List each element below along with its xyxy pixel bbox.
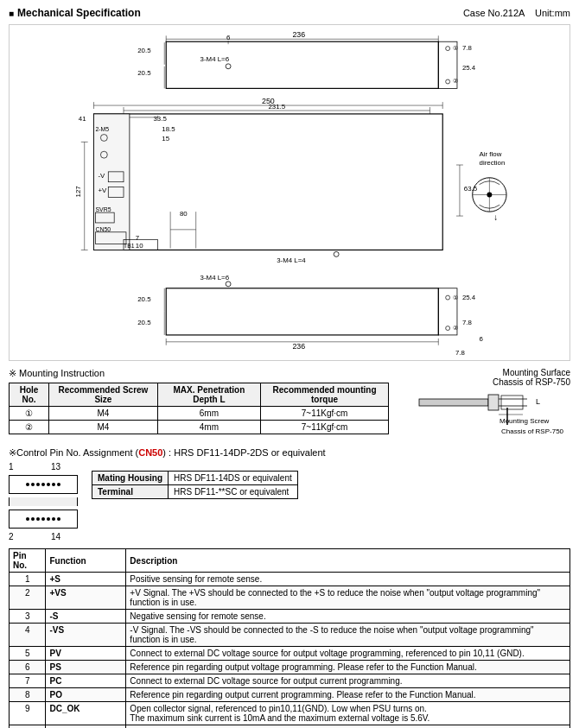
screw-2: M4 (49, 421, 158, 434)
pin-14-label: 14 (51, 532, 60, 541)
func-1: +S (46, 573, 126, 586)
svg-text:127: 127 (74, 186, 82, 197)
svg-text:33.5: 33.5 (153, 115, 167, 123)
mounting-table-wrap: ※ Mounting Instruction Hole No. Recommen… (9, 368, 389, 442)
depth-2: 4mm (157, 421, 260, 434)
svg-text:+V: +V (98, 187, 107, 194)
svg-text:Air flow: Air flow (480, 150, 502, 158)
dot (26, 483, 29, 486)
svg-point-75 (226, 282, 231, 287)
pin-row-4: 4 -VS -V Signal. The -VS should be conne… (10, 624, 570, 647)
func-5: PV (46, 647, 126, 661)
mating-table: Mating Housing HRS DF11-14DS or equivale… (92, 471, 298, 499)
func-8: PO (46, 688, 126, 702)
pin-1-label: 1 (9, 462, 14, 472)
surface-labels: Mounting Surface Chassis of RSP-750 (493, 368, 570, 387)
connector-diagram: 1 13 (9, 462, 78, 541)
mating-value-2: HRS DF11-**SC or equivalent (169, 485, 298, 499)
desc-10-11: These pins connect to the negative termi… (126, 725, 570, 729)
svg-rect-34 (94, 114, 443, 250)
desc-4: -V Signal. The -VS should be connected t… (126, 624, 570, 647)
surface-svg: L Mounting Screw Chassis of RSP-750 (415, 390, 570, 442)
svg-text:7.8: 7.8 (462, 319, 473, 326)
mounting-title-text: ※ Mounting Instruction (9, 368, 105, 378)
page-header: Mechanical Specification Case No.212A Un… (9, 7, 570, 19)
svg-text:CN50: CN50 (96, 226, 111, 232)
mating-row-1: Mating Housing HRS DF11-14DS or equivale… (92, 472, 298, 485)
dot (57, 517, 60, 521)
svg-text:80: 80 (180, 210, 188, 218)
svg-text:20.5: 20.5 (137, 295, 151, 303)
svg-text:6: 6 (226, 34, 231, 41)
mounting-row-1: ① M4 6mm 7~11Kgf·cm (10, 407, 389, 421)
svg-text:7.8: 7.8 (455, 349, 466, 357)
desc-2: +V Signal. The +VS should be connected t… (126, 586, 570, 610)
svg-text:TB1: TB1 (124, 243, 135, 249)
pin-row-9: 9 DC_OK Open collector signal, reference… (10, 702, 570, 725)
svg-text:3-M4 L=4: 3-M4 L=4 (277, 256, 306, 264)
col-screw: Recommended Screw Size (49, 383, 158, 407)
pin-1: 1 (10, 573, 46, 586)
pin-2: 2 (10, 586, 46, 610)
cn50-note: HRS DF11-14DP-2DS or equivalent (174, 447, 325, 458)
pin-table-header-no: Pin No. (10, 549, 46, 573)
svg-text:6: 6 (480, 335, 484, 343)
dot (36, 517, 40, 521)
dot (31, 483, 35, 486)
pin-row-6: 6 PS Reference pin regarding output volt… (10, 661, 570, 674)
page-title: Mechanical Specification (9, 7, 141, 19)
pin-function-table: Pin No. Function Description 1 +S Positi… (9, 548, 570, 728)
col-torque: Recommended mounting torque (261, 383, 389, 407)
pin-4: 4 (10, 624, 46, 647)
mounting-section: ※ Mounting Instruction Hole No. Recommen… (9, 368, 570, 442)
pin-10-11: 10,11 (10, 725, 46, 729)
pin-table-header-func: Function (46, 549, 126, 573)
svg-rect-94 (419, 399, 488, 406)
pin-row-3: 3 -S Negative sensing for remote sense. (10, 610, 570, 624)
connector-spacer (9, 497, 78, 506)
col-depth: MAX. Penetration Depth L (157, 383, 260, 407)
mating-label-1: Mating Housing (92, 472, 169, 485)
pin-top-labels: 1 13 (9, 462, 60, 472)
svg-text:25.4: 25.4 (462, 294, 476, 301)
pin-3: 3 (10, 610, 46, 624)
pin-row-1: 1 +S Positive sensing for remote sense. (10, 573, 570, 586)
svg-point-62 (334, 251, 339, 256)
mounting-surface-diagram: Mounting Surface Chassis of RSP-750 L Mo… (398, 368, 570, 442)
dot (41, 483, 45, 486)
func-3: -S (46, 610, 126, 624)
pin-row-5: 5 PV Connect to external DC voltage sour… (10, 647, 570, 661)
screw-1: M4 (49, 407, 158, 421)
cn50-label: CN50 (138, 447, 162, 458)
pin-8: 8 (10, 688, 46, 702)
desc-7: Connect to external DC voltage source fo… (126, 674, 570, 688)
svg-point-18 (446, 79, 450, 84)
svg-text:63.5: 63.5 (464, 185, 478, 193)
dot (41, 517, 45, 521)
pin-13-label: 13 (51, 462, 60, 472)
connector-box-2 (9, 510, 78, 529)
svg-text:3-M4 L=6: 3-M4 L=6 (200, 274, 230, 282)
hole-1: ① (10, 407, 49, 421)
svg-text:7.8: 7.8 (462, 44, 473, 52)
svg-text:L: L (536, 397, 540, 406)
pin-6: 6 (10, 661, 46, 674)
svg-text:18.5: 18.5 (162, 125, 175, 133)
dot (26, 517, 29, 521)
func-2: +VS (46, 586, 126, 610)
desc-3: Negative sensing for remote sense. (126, 610, 570, 624)
dot (57, 483, 60, 486)
technical-drawing: 236 6 20.5 20.5 3-M4 L=6 7.8 25.4 ① ② 25… (9, 24, 570, 361)
mating-label-2: Terminal (92, 485, 169, 499)
svg-text:①: ① (453, 294, 458, 301)
svg-rect-4 (166, 41, 438, 88)
svg-text:Chassis of RSP-750: Chassis of RSP-750 (501, 427, 564, 435)
case-info: Case No.212A Unit:mm (463, 8, 570, 18)
dot (47, 517, 50, 521)
svg-point-16 (446, 47, 450, 51)
svg-text:↓: ↓ (493, 212, 498, 222)
svg-text:41: 41 (79, 115, 86, 123)
svg-text:7: 7 (136, 234, 139, 242)
svg-text:2-M5: 2-M5 (96, 126, 110, 132)
control-pin-left: ※Control Pin No. Assignment (CN50) : HRS… (9, 447, 570, 541)
